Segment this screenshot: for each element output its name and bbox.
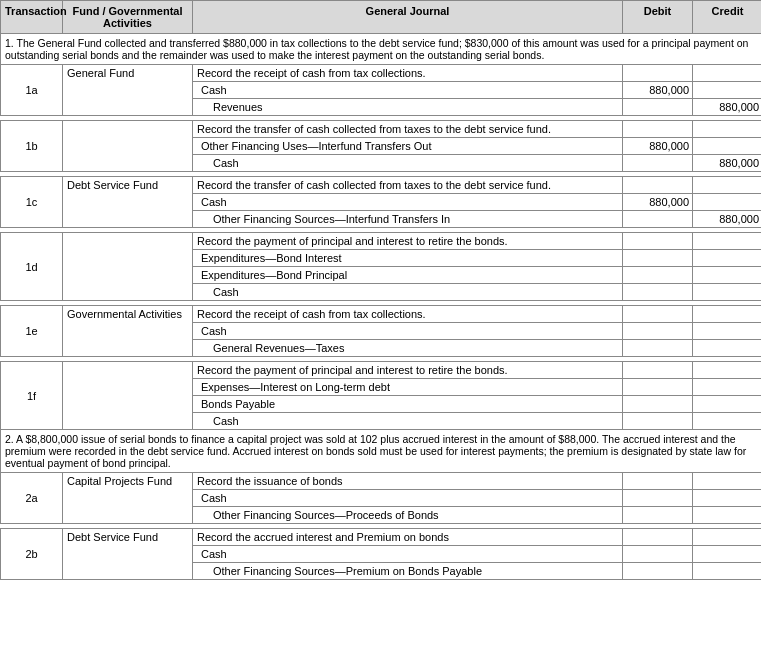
col-header-credit: Credit — [693, 1, 762, 34]
credit-2a-desc — [693, 473, 762, 490]
debit-1a-cash: 880,000 — [623, 82, 693, 99]
debit-2b-cash — [623, 546, 693, 563]
description-1e: Record the receipt of cash from tax coll… — [193, 306, 623, 323]
credit-1f-cash — [693, 413, 762, 430]
debit-1c-ofsin — [623, 211, 693, 228]
narrative-2: 2. A $8,800,000 issue of serial bonds to… — [1, 430, 762, 473]
debit-1b-cash — [623, 155, 693, 172]
debit-2a-desc — [623, 473, 693, 490]
account-1f-exp-int: Expenses—Interest on Long-term debt — [193, 379, 623, 396]
account-1a-cash: Cash — [193, 82, 623, 99]
debit-1b-desc — [623, 121, 693, 138]
table-row: 2b Debt Service Fund Record the accrued … — [1, 529, 762, 546]
narrative-1: 1. The General Fund collected and transf… — [1, 34, 762, 65]
debit-1d-exp-prin — [623, 267, 693, 284]
account-1a-revenues: Revenues — [193, 99, 623, 116]
credit-1b-desc — [693, 121, 762, 138]
credit-1d-cash — [693, 284, 762, 301]
fund-1d — [63, 233, 193, 301]
account-1b-cash: Cash — [193, 155, 623, 172]
credit-1d-exp-int — [693, 250, 762, 267]
transaction-1d: 1d — [1, 233, 63, 301]
debit-1b-ofu: 880,000 — [623, 138, 693, 155]
account-2b-cash: Cash — [193, 546, 623, 563]
debit-1f-bonds-payable — [623, 396, 693, 413]
description-1a: Record the receipt of cash from tax coll… — [193, 65, 623, 82]
table-row: 1a General Fund Record the receipt of ca… — [1, 65, 762, 82]
credit-1e-desc — [693, 306, 762, 323]
account-2b-ofs-premium: Other Financing Sources—Premium on Bonds… — [193, 563, 623, 580]
credit-1a-cash — [693, 82, 762, 99]
credit-1b-cash: 880,000 — [693, 155, 762, 172]
account-2a-cash: Cash — [193, 490, 623, 507]
debit-2a-cash — [623, 490, 693, 507]
credit-2b-desc — [693, 529, 762, 546]
transaction-1e: 1e — [1, 306, 63, 357]
credit-2a-cash — [693, 490, 762, 507]
debit-1f-exp-int — [623, 379, 693, 396]
account-1f-cash: Cash — [193, 413, 623, 430]
fund-1e: Governmental Activities — [63, 306, 193, 357]
description-2a: Record the issuance of bonds — [193, 473, 623, 490]
credit-1e-cash — [693, 323, 762, 340]
account-2a-ofs-proceeds: Other Financing Sources—Proceeds of Bond… — [193, 507, 623, 524]
account-1d-exp-prin: Expenditures—Bond Principal — [193, 267, 623, 284]
debit-1d-exp-int — [623, 250, 693, 267]
account-1b-ofu: Other Financing Uses—Interfund Transfers… — [193, 138, 623, 155]
account-1d-cash: Cash — [193, 284, 623, 301]
debit-1f-cash — [623, 413, 693, 430]
account-1c-ofsin: Other Financing Sources—Interfund Transf… — [193, 211, 623, 228]
debit-1a-desc — [623, 65, 693, 82]
account-1e-cash: Cash — [193, 323, 623, 340]
credit-1b-ofu — [693, 138, 762, 155]
table-row: 2a Capital Projects Fund Record the issu… — [1, 473, 762, 490]
debit-1a-revenues — [623, 99, 693, 116]
table-row: 1e Governmental Activities Record the re… — [1, 306, 762, 323]
fund-1b — [63, 121, 193, 172]
debit-1c-cash: 880,000 — [623, 194, 693, 211]
fund-2a: Capital Projects Fund — [63, 473, 193, 524]
credit-1e-rev-taxes — [693, 340, 762, 357]
credit-1a-revenues: 880,000 — [693, 99, 762, 116]
debit-1d-cash — [623, 284, 693, 301]
debit-1d-desc — [623, 233, 693, 250]
account-1c-cash: Cash — [193, 194, 623, 211]
debit-2b-ofs-premium — [623, 563, 693, 580]
table-row: 1b Record the transfer of cash collected… — [1, 121, 762, 138]
debit-1f-desc — [623, 362, 693, 379]
col-header-transaction: Transaction — [1, 1, 63, 34]
debit-1e-rev-taxes — [623, 340, 693, 357]
col-header-journal: General Journal — [193, 1, 623, 34]
fund-1a: General Fund — [63, 65, 193, 116]
fund-1f — [63, 362, 193, 430]
debit-1c-desc — [623, 177, 693, 194]
transaction-1a: 1a — [1, 65, 63, 116]
account-1e-rev-taxes: General Revenues—Taxes — [193, 340, 623, 357]
description-1d: Record the payment of principal and inte… — [193, 233, 623, 250]
col-header-debit: Debit — [623, 1, 693, 34]
transaction-2b: 2b — [1, 529, 63, 580]
transaction-1c: 1c — [1, 177, 63, 228]
credit-2a-ofs-proceeds — [693, 507, 762, 524]
credit-1d-desc — [693, 233, 762, 250]
col-header-fund: Fund / Governmental Activities — [63, 1, 193, 34]
account-1d-exp-int: Expenditures—Bond Interest — [193, 250, 623, 267]
table-row: 1c Debt Service Fund Record the transfer… — [1, 177, 762, 194]
table-row: 1f Record the payment of principal and i… — [1, 362, 762, 379]
transaction-2a: 2a — [1, 473, 63, 524]
debit-2b-desc — [623, 529, 693, 546]
credit-1a-desc — [693, 65, 762, 82]
credit-1f-exp-int — [693, 379, 762, 396]
debit-1e-cash — [623, 323, 693, 340]
transaction-1b: 1b — [1, 121, 63, 172]
description-1f: Record the payment of principal and inte… — [193, 362, 623, 379]
table-row: 1d Record the payment of principal and i… — [1, 233, 762, 250]
transaction-1f: 1f — [1, 362, 63, 430]
credit-2b-cash — [693, 546, 762, 563]
credit-1c-desc — [693, 177, 762, 194]
description-2b: Record the accrued interest and Premium … — [193, 529, 623, 546]
credit-1f-desc — [693, 362, 762, 379]
description-1c: Record the transfer of cash collected fr… — [193, 177, 623, 194]
debit-2a-ofs-proceeds — [623, 507, 693, 524]
fund-1c: Debt Service Fund — [63, 177, 193, 228]
